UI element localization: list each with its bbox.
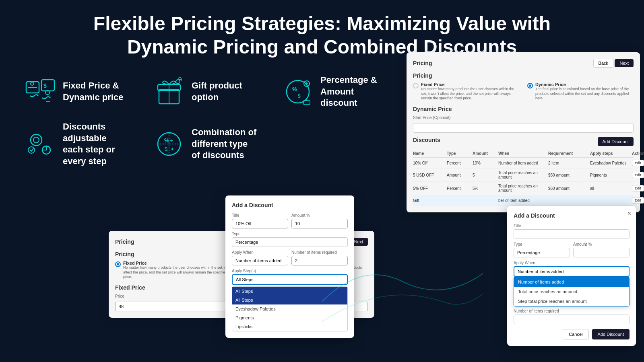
svg-text:+: + bbox=[170, 138, 173, 144]
feature-combination: % + $ ✦ Combination of different type of… bbox=[153, 121, 258, 167]
svg-text:✦: ✦ bbox=[170, 146, 174, 152]
amount-pct-input-1[interactable] bbox=[291, 219, 348, 228]
radio-fixed-circle bbox=[413, 83, 419, 88]
number-required-input-1[interactable] bbox=[291, 256, 348, 265]
feature-adjustable: Discounts adjustable each step or every … bbox=[24, 121, 129, 167]
svg-point-3 bbox=[31, 82, 34, 85]
type-label-1: Type bbox=[232, 232, 348, 236]
radio-fixed-desc: No matter how many products the user cho… bbox=[421, 87, 519, 101]
steps-icon bbox=[24, 128, 56, 160]
apply-when-select-1[interactable]: Number of items added bbox=[232, 256, 288, 265]
svg-point-20 bbox=[31, 134, 42, 146]
radio-fixed-price[interactable]: Fixed Price No matter how many products … bbox=[413, 82, 519, 101]
panels-container: Pricing Back Next Pricing Fixed Price No… bbox=[282, 52, 644, 358]
col-apply-steps: Apply steps bbox=[590, 151, 630, 156]
add-discount-submit-2[interactable]: Add Discount bbox=[592, 329, 630, 339]
col-amount: Amount bbox=[473, 151, 497, 156]
svg-point-23 bbox=[28, 147, 35, 153]
title-label-2: Title bbox=[514, 224, 630, 228]
radio-fixed-label: Fixed Price bbox=[421, 82, 519, 87]
amount-pct-label-2: Amount % bbox=[573, 242, 630, 247]
dropdown-item-all-steps-2[interactable]: All Steps bbox=[232, 296, 347, 304]
apply-when-label-1: Apply When bbox=[232, 250, 288, 255]
apply-steps-input-1[interactable] bbox=[232, 274, 348, 285]
edit-btn-0[interactable]: Edit bbox=[632, 160, 644, 166]
dynamic-price-section: Dynamic Price Start Price (Optional) bbox=[413, 106, 634, 133]
table-row: 5% OFF Percent 5% Total price reaches an… bbox=[413, 182, 634, 195]
table-row: Gift ber of item added Edit Delete bbox=[413, 195, 634, 206]
apply-steps-dropdown-1: All Steps All Steps Eyeshadow Palettes P… bbox=[232, 286, 348, 331]
table-header: Name Type Amount When Requirement Apply … bbox=[413, 150, 634, 158]
main-pricing-section-title: Pricing bbox=[413, 72, 634, 79]
radio-dynamic-price[interactable]: Dynamic Price The final price is calcula… bbox=[527, 82, 634, 101]
type-label-2: Type bbox=[514, 242, 570, 247]
apply-when-option-3[interactable]: Step total price reaches an amount bbox=[514, 296, 629, 306]
svg-text:$: $ bbox=[43, 82, 47, 89]
table-row: 10% Off Percent 10% Number of item added… bbox=[413, 158, 634, 169]
close-button-2[interactable]: × bbox=[627, 210, 631, 217]
title-input-1[interactable] bbox=[232, 219, 288, 228]
feature-gift-product: Gift product option bbox=[153, 74, 258, 109]
discounts-label: Discounts bbox=[413, 137, 440, 143]
dropdown-item-pigments[interactable]: Pigments bbox=[232, 313, 347, 322]
feature-fixed-dynamic-label: Fixed Price & Dynamic price bbox=[63, 80, 129, 103]
apply-when-dropdown-context: Number of items added Total price reache… bbox=[514, 266, 630, 277]
amount-pct-input-2[interactable] bbox=[573, 248, 630, 257]
apply-when-input-2[interactable] bbox=[514, 266, 630, 277]
small-radio-fixed[interactable]: Fixed Price No matter how many products … bbox=[115, 261, 237, 280]
col-type: Type bbox=[447, 151, 471, 156]
table-row: 5 USD OFF Amount 5 Total price reaches a… bbox=[413, 169, 634, 182]
edit-btn-1[interactable]: Edit bbox=[632, 172, 644, 178]
price-tag-icon: $ bbox=[24, 76, 56, 108]
add-discount-button[interactable]: Add Discount bbox=[598, 137, 634, 146]
add-discount-2-title: Add a Discount bbox=[514, 212, 630, 219]
dynamic-price-label: Dynamic Price bbox=[413, 106, 634, 112]
title-input-2[interactable] bbox=[514, 229, 630, 239]
modal-footer-2: Cancel Add Discount bbox=[514, 329, 630, 339]
type-select-1[interactable]: Percentage bbox=[232, 237, 348, 247]
combination-icon: % + $ ✦ bbox=[153, 128, 185, 160]
page-title: Flexible Pricing Strategies: Maximizing … bbox=[40, 12, 604, 58]
col-name: Name bbox=[413, 151, 445, 156]
start-price-input[interactable] bbox=[413, 123, 634, 133]
dropdown-item-all-steps-1[interactable]: All Steps bbox=[232, 287, 347, 296]
action-btns-1: Edit Delete bbox=[632, 172, 644, 178]
dropdown-item-eyeshadow[interactable]: Eyeshadow Palettes bbox=[232, 304, 347, 313]
type-select-2[interactable]: Percentage bbox=[514, 248, 570, 257]
small-radio-fixed-circle bbox=[115, 261, 121, 267]
main-back-button[interactable]: Back bbox=[593, 59, 613, 68]
discounts-header: Discounts Add Discount bbox=[413, 137, 634, 146]
edit-btn-3[interactable]: Edit bbox=[632, 197, 644, 204]
pricing-radio-group: Fixed Price No matter how many products … bbox=[413, 82, 634, 101]
title-label-1: Title bbox=[232, 213, 288, 218]
cancel-button-2[interactable]: Cancel bbox=[563, 329, 588, 339]
svg-point-21 bbox=[33, 137, 39, 143]
apply-when-label-2: Apply When bbox=[514, 261, 630, 265]
feature-gift-label: Gift product option bbox=[192, 80, 258, 103]
apply-steps-label-1: Apply Step(s) bbox=[232, 269, 348, 273]
apply-when-option-1[interactable]: Number of items added bbox=[514, 277, 629, 287]
small-radio-fixed-desc: No matter how many products the user cho… bbox=[123, 265, 237, 280]
apply-when-option-2[interactable]: Total price reaches an amount bbox=[514, 287, 629, 296]
radio-dynamic-label: Dynamic Price bbox=[535, 82, 634, 87]
add-discount-panel-2: × Add a Discount Title Type Percentage A… bbox=[507, 206, 636, 346]
number-required-label-1: Number of items required bbox=[291, 250, 348, 255]
feature-fixed-dynamic: $ Fixed Price & Dynamic price bbox=[24, 74, 129, 109]
col-requirement: Requirement bbox=[548, 151, 588, 156]
svg-text:%: % bbox=[164, 137, 169, 144]
number-required-input-2[interactable] bbox=[514, 315, 630, 324]
dropdown-item-lipsticks[interactable]: Lipsticks bbox=[232, 322, 347, 331]
small-radio-fixed-label: Fixed Price bbox=[123, 261, 237, 265]
main-next-button[interactable]: Next bbox=[615, 59, 634, 67]
add-discount-1-title: Add a Discount bbox=[232, 202, 348, 208]
small-panel-title: Pricing bbox=[115, 239, 134, 245]
col-when: When bbox=[498, 151, 547, 156]
main-panel-title: Pricing bbox=[413, 60, 432, 66]
radio-dynamic-desc: The final price is calculated based on t… bbox=[535, 87, 634, 101]
svg-text:$: $ bbox=[165, 146, 168, 152]
radio-dynamic-circle bbox=[527, 83, 533, 88]
action-btns-0: Edit Delete bbox=[632, 160, 644, 166]
edit-btn-2[interactable]: Edit bbox=[632, 185, 644, 191]
main-pricing-panel: Pricing Back Next Pricing Fixed Price No… bbox=[407, 52, 640, 212]
add-discount-panel-1: Add a Discount Title Amount % Type Perce… bbox=[225, 195, 354, 338]
